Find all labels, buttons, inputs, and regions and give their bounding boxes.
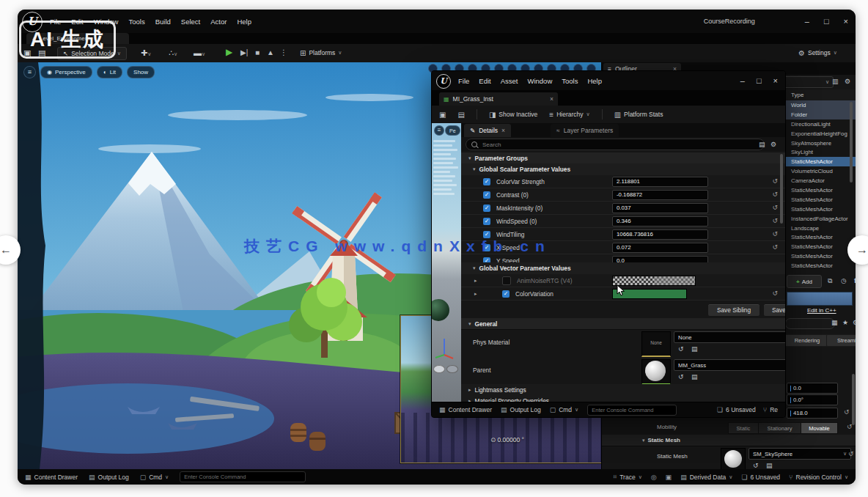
derived-data-dropdown[interactable]: ▤ Derived Data ∨ — [680, 474, 732, 481]
mobility-stationary-button[interactable]: Stationary — [758, 422, 801, 434]
filter-pill-streaming[interactable]: Streaming — [826, 334, 856, 347]
phys-material-thumbnail[interactable]: None — [641, 331, 671, 357]
show-inactive-toggle[interactable]: ◨ Show Inactive — [489, 111, 537, 119]
transform-value-field[interactable]: 0.0° — [787, 394, 838, 405]
blueprint-convert-icon[interactable]: ⧉ — [828, 277, 832, 285]
folder-plus-icon[interactable]: ▥ — [832, 78, 839, 85]
perspective-dropdown[interactable]: Pe — [445, 125, 460, 136]
menu-item-help[interactable]: Help — [587, 77, 602, 85]
show-dropdown[interactable]: Show — [127, 66, 155, 78]
viewport-menu-icon[interactable]: ≡ — [434, 125, 444, 136]
eject-button[interactable]: ▲ — [267, 48, 274, 57]
platforms-dropdown[interactable]: ⊞ Platforms ∨ — [295, 47, 347, 59]
content-drawer-button[interactable]: ▦ Content Drawer — [25, 474, 78, 481]
save-icon[interactable]: ▣ — [439, 111, 446, 119]
history-icon[interactable]: ◷ — [841, 277, 847, 284]
tab-details[interactable]: ✎ Details × — [464, 124, 511, 137]
param-value-field[interactable]: -0.168872 — [612, 190, 708, 200]
minimize-icon[interactable]: – — [805, 18, 809, 26]
outliner-scrollbar[interactable] — [850, 102, 853, 183]
details-search-input[interactable] — [785, 318, 835, 329]
menu-item-actor[interactable]: Actor — [210, 18, 227, 26]
use-selected-icon[interactable]: ↺ — [753, 462, 759, 469]
scalar-param-row[interactable]: ✓ColorVar Strength2.118801↺ — [461, 175, 785, 188]
reset-icon[interactable]: ↺ — [772, 218, 778, 224]
menu-item-window[interactable]: Window — [527, 77, 552, 85]
reset-icon[interactable]: ↺ — [844, 409, 850, 416]
section-global-vector[interactable]: ▾ Global Vector Parameter Values — [461, 262, 785, 275]
param-value-field[interactable]: 0.346 — [612, 216, 708, 227]
phys-material-dropdown[interactable]: None ∨ — [674, 331, 786, 343]
filter-pill-rendering[interactable]: Rendering — [782, 334, 832, 347]
parent-dropdown[interactable]: MM_Grass ∨ — [674, 359, 786, 371]
menu-item-build[interactable]: Build — [155, 18, 171, 26]
view-options-icon[interactable]: ▤ — [759, 141, 765, 148]
add-component-button[interactable]: + Add — [787, 275, 822, 288]
close-icon[interactable]: × — [844, 18, 848, 26]
details-scrollbar[interactable] — [852, 374, 855, 425]
reset-icon[interactable]: ↺ — [848, 451, 854, 457]
unsaved-button[interactable]: ❏ 6 Unsaved — [741, 474, 780, 481]
cmd-dropdown[interactable]: ▢ Cmd ∨ — [140, 474, 169, 481]
param-checkbox[interactable]: ✓ — [502, 290, 510, 298]
param-checkbox[interactable]: ✓ — [483, 178, 490, 185]
param-value-field[interactable]: 0.072 — [612, 243, 708, 253]
restore-icon[interactable]: □ — [757, 77, 762, 85]
viewport-menu-icon[interactable]: ≡ — [23, 66, 36, 78]
transform-value-field[interactable]: 0.0 — [787, 383, 838, 394]
import-icon[interactable]: ⬆ — [853, 277, 856, 284]
browse-to-asset-icon[interactable]: ▤ — [766, 462, 773, 469]
static-mesh-dropdown[interactable]: SM_SkySphere ∨ — [749, 448, 851, 460]
menu-item-tools[interactable]: Tools — [128, 18, 144, 26]
snapshot-icon[interactable]: ▣ — [666, 474, 672, 481]
perspective-dropdown[interactable]: ◉ Perspective — [40, 66, 92, 78]
add-actor-icon[interactable]: ✚∨ — [141, 48, 151, 59]
menu-item-tools[interactable]: Tools — [562, 77, 578, 85]
param-value-field[interactable]: 10668.736816 — [612, 229, 708, 240]
close-icon[interactable]: × — [501, 127, 505, 134]
param-checkbox[interactable]: ✓ — [483, 191, 490, 199]
content-drawer-button[interactable]: ▦ Content Drawer — [439, 406, 492, 413]
gear-icon[interactable]: ⚙ — [845, 78, 850, 85]
param-checkbox[interactable]: ✓ — [483, 205, 490, 212]
menu-item-file[interactable]: File — [458, 77, 469, 85]
param-value-field[interactable]: 2.118801 — [612, 177, 708, 187]
console-command-input[interactable] — [180, 471, 306, 482]
scalar-param-row[interactable]: ✓Contrast (0)-0.168872↺ — [461, 188, 785, 202]
param-checkbox[interactable]: ✓ — [483, 218, 490, 225]
expander-icon[interactable]: ▸ — [474, 278, 480, 284]
tab-layer-parameters[interactable]: ≈ Layer Parameters — [551, 124, 619, 137]
gear-icon[interactable]: ⚙ — [770, 141, 776, 148]
save-child-button[interactable]: Save Child — [763, 303, 786, 317]
revision-control-dropdown[interactable]: ⑂ Re — [763, 406, 778, 413]
browse-to-asset-icon[interactable]: ▤ — [691, 345, 698, 353]
more-options-icon[interactable]: ⋮ — [280, 48, 287, 57]
transform-value-field[interactable]: 418.0 — [787, 408, 838, 419]
scalar-param-row[interactable]: ✓MaskIntensity (0)0.037↺ — [461, 202, 785, 215]
close-icon[interactable]: × — [550, 95, 553, 103]
reset-icon[interactable]: ↺ — [772, 231, 778, 238]
trace-dropdown[interactable]: ⌗ Trace ∨ — [613, 473, 642, 481]
reset-icon[interactable]: ↺ — [772, 290, 778, 297]
lit-dropdown[interactable]: ◐ Lit — [97, 66, 122, 78]
unsaved-button[interactable]: ❏ 6 Unsaved — [717, 406, 756, 413]
preview-shape-sphere-button[interactable] — [446, 365, 458, 373]
scalar-param-row[interactable]: ✓WindSpeed (0)0.346↺ — [461, 215, 785, 228]
section-general[interactable]: ▾ General — [461, 318, 785, 330]
grid-icon[interactable]: ▦ — [831, 319, 838, 326]
blueprints-icon[interactable]: ∴∨ — [169, 48, 177, 59]
parent-thumbnail[interactable] — [641, 359, 671, 385]
reset-icon[interactable]: ↺ — [847, 424, 853, 430]
save-sibling-button[interactable]: Save Sibling — [707, 303, 760, 317]
param-value-field[interactable]: 0.037 — [612, 203, 708, 213]
reset-icon[interactable]: ↺ — [772, 178, 778, 185]
use-selected-icon[interactable]: ↺ — [678, 373, 684, 380]
browse-icon[interactable]: ▤ — [457, 111, 464, 119]
reset-icon[interactable]: ↺ — [772, 244, 778, 251]
gear-icon[interactable]: ⚙ — [853, 319, 856, 326]
target-icon[interactable]: ◎ — [651, 474, 657, 481]
stop-button[interactable]: ■ — [255, 48, 260, 57]
revision-control-dropdown[interactable]: ⑂ Revision Control ∨ — [789, 474, 848, 481]
preview-shape-cylinder-button[interactable] — [433, 365, 445, 373]
play-button[interactable]: ▶ — [226, 48, 232, 56]
